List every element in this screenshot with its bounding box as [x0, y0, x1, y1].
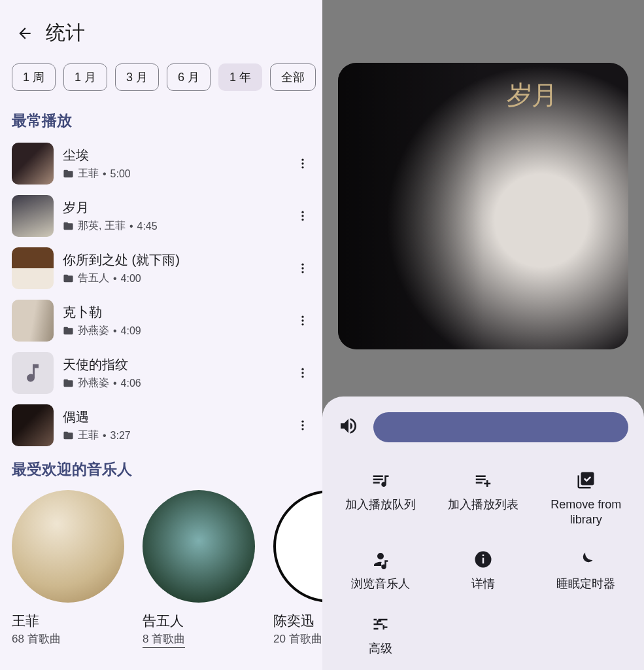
track-more-button[interactable] — [288, 262, 317, 275]
track-title: 岁月 — [63, 199, 279, 217]
action-label: 高级 — [369, 641, 392, 656]
artist-name: 陈奕迅 — [273, 612, 322, 630]
track-row[interactable]: 克卜勒 孙燕姿 • 4:09 — [12, 294, 317, 347]
track-subtitle: 孙燕姿 • 4:06 — [63, 376, 279, 390]
action-browse-artist[interactable]: 浏览音乐人 — [329, 549, 432, 591]
more-vert-icon — [296, 314, 309, 327]
track-list: 尘埃 王菲 • 5:00 岁月 那英, 王菲 • 4:45 — [0, 137, 322, 451]
track-title: 你所到之处 (就下雨) — [63, 251, 279, 269]
chip-3m[interactable]: 3 月 — [115, 63, 159, 91]
action-label: 浏览音乐人 — [351, 576, 410, 591]
svg-point-4 — [301, 215, 303, 217]
svg-point-11 — [301, 323, 303, 325]
track-artist: 告五人 — [78, 272, 109, 285]
back-button[interactable] — [13, 22, 37, 45]
artist-icon — [371, 549, 390, 570]
action-sleep-timer[interactable]: 睡眠定时器 — [535, 549, 637, 591]
svg-point-7 — [301, 267, 303, 269]
svg-point-17 — [301, 428, 303, 430]
svg-point-8 — [301, 271, 303, 273]
action-add-to-playlist[interactable]: 加入播放列表 — [432, 470, 534, 527]
track-row[interactable]: 偶遇 王菲 • 3:27 — [12, 399, 317, 451]
svg-point-5 — [301, 219, 303, 220]
folder-icon — [63, 273, 74, 284]
svg-point-16 — [301, 424, 303, 426]
action-label: 加入播放队列 — [345, 497, 416, 512]
svg-point-12 — [301, 368, 303, 370]
svg-rect-19 — [483, 558, 484, 564]
track-subtitle: 王菲 • 3:27 — [63, 429, 279, 442]
track-duration: 4:06 — [121, 378, 141, 389]
artist-list: 王菲 68 首歌曲 告五人 8 首歌曲 陈奕迅 20 首歌曲 — [0, 486, 322, 648]
track-artist: 王菲 — [78, 167, 99, 181]
track-duration: 3:27 — [110, 430, 131, 442]
svg-point-13 — [301, 372, 303, 374]
track-artwork — [12, 247, 54, 289]
track-subtitle: 那英, 王菲 • 4:45 — [63, 219, 279, 233]
more-vert-icon — [296, 262, 309, 275]
track-row[interactable]: 天使的指纹 孙燕姿 • 4:06 — [12, 347, 317, 399]
svg-point-14 — [301, 376, 303, 378]
track-title: 偶遇 — [63, 408, 279, 426]
artist-name: 告五人 — [143, 612, 255, 630]
info-icon — [473, 549, 493, 570]
artist-song-count: 68 首歌曲 — [12, 631, 61, 646]
svg-point-9 — [301, 316, 303, 318]
volume-row — [322, 412, 644, 462]
action-label: 详情 — [471, 576, 495, 591]
more-vert-icon — [296, 209, 309, 222]
more-vert-icon — [296, 157, 309, 170]
stats-screen: 统计 1 周 1 月 3 月 6 月 1 年 全部 最常播放 尘埃 王菲 • 5… — [0, 0, 322, 670]
action-remove-from-library[interactable]: Remove from library — [535, 470, 637, 527]
svg-point-3 — [301, 211, 303, 213]
action-details[interactable]: 详情 — [432, 549, 534, 591]
folder-icon — [63, 325, 74, 336]
chip-1w[interactable]: 1 周 — [12, 63, 56, 91]
artist-avatar — [273, 490, 322, 603]
track-more-button[interactable] — [288, 209, 317, 222]
queue-music-icon — [371, 470, 390, 491]
track-duration: 4:09 — [121, 325, 141, 337]
track-more-button[interactable] — [288, 314, 317, 327]
track-meta: 克卜勒 孙燕姿 • 4:09 — [54, 304, 288, 338]
now-playing-screen: 岁月 加入播放队列 加入播放列表 Remove from library — [322, 0, 644, 670]
action-label: 睡眠定时器 — [556, 576, 615, 591]
track-artist: 王菲 — [78, 429, 99, 442]
track-more-button[interactable] — [288, 157, 317, 170]
track-more-button[interactable] — [288, 419, 317, 432]
track-more-button[interactable] — [288, 366, 317, 379]
artist-song-count: 8 首歌曲 — [143, 631, 185, 648]
action-add-to-queue[interactable]: 加入播放队列 — [329, 470, 432, 527]
svg-rect-20 — [483, 555, 484, 557]
track-subtitle: 王菲 • 5:00 — [63, 167, 279, 181]
playlist-add-icon — [473, 470, 493, 491]
chip-6m[interactable]: 6 月 — [167, 63, 211, 91]
track-row[interactable]: 尘埃 王菲 • 5:00 — [12, 137, 317, 190]
action-grid: 加入播放队列 加入播放列表 Remove from library 浏览音乐人 … — [322, 462, 644, 670]
track-artist: 孙燕姿 — [78, 376, 109, 390]
artist-card[interactable]: 告五人 8 首歌曲 — [143, 490, 255, 648]
action-advanced[interactable]: 高级 — [329, 614, 432, 656]
artist-card[interactable]: 王菲 68 首歌曲 — [12, 490, 124, 648]
svg-point-10 — [301, 319, 303, 321]
more-vert-icon — [296, 366, 309, 379]
track-artwork — [12, 143, 54, 185]
track-duration: 4:45 — [137, 220, 158, 232]
section-top-artists: 最受欢迎的音乐人 — [0, 451, 322, 486]
chip-all[interactable]: 全部 — [270, 63, 316, 91]
track-artist: 孙燕姿 — [78, 324, 109, 338]
artist-avatar — [12, 490, 124, 603]
volume-slider[interactable] — [373, 412, 628, 442]
chip-1m[interactable]: 1 月 — [63, 63, 107, 91]
track-subtitle: 告五人 • 4:00 — [63, 272, 279, 285]
chip-1y[interactable]: 1 年 — [218, 63, 262, 91]
section-most-played: 最常播放 — [0, 103, 322, 137]
track-row[interactable]: 你所到之处 (就下雨) 告五人 • 4:00 — [12, 242, 317, 294]
track-row[interactable]: 岁月 那英, 王菲 • 4:45 — [12, 190, 317, 242]
header: 统计 — [0, 0, 322, 61]
track-meta: 尘埃 王菲 • 5:00 — [54, 147, 288, 181]
volume-icon[interactable] — [338, 415, 359, 439]
artist-card[interactable]: 陈奕迅 20 首歌曲 — [273, 490, 322, 648]
track-duration: 5:00 — [110, 168, 131, 180]
track-meta: 天使的指纹 孙燕姿 • 4:06 — [54, 356, 288, 390]
